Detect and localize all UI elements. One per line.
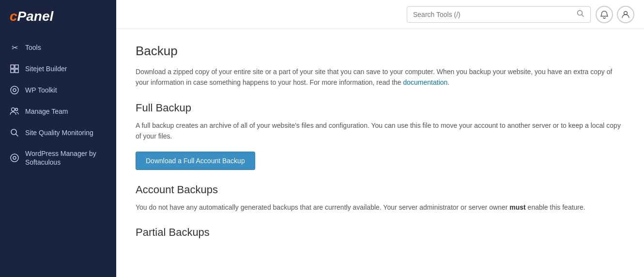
- sidebar-item-wp-toolkit[interactable]: WP Toolkit: [0, 79, 116, 101]
- brand-logo: cPanel: [10, 9, 53, 24]
- download-full-backup-button[interactable]: Download a Full Account Backup: [136, 152, 255, 170]
- sidebar-item-label: Site Quality Monitoring: [25, 128, 93, 137]
- site-quality-icon: [10, 128, 19, 138]
- sidebar-nav: ✂ Tools Sitejet Builder WP Toolk: [0, 33, 116, 176]
- partial-backups-title: Partial Backups: [136, 226, 625, 239]
- wp-toolkit-icon: [10, 85, 19, 95]
- full-backup-description: A full backup creates an archive of all …: [136, 120, 625, 142]
- svg-point-6: [12, 108, 15, 111]
- manage-team-icon: [10, 107, 19, 116]
- sidebar-item-site-quality[interactable]: Site Quality Monitoring: [0, 122, 116, 143]
- svg-point-12: [578, 10, 583, 15]
- svg-point-8: [11, 129, 16, 135]
- svg-rect-1: [15, 65, 18, 68]
- sidebar-logo: cPanel: [0, 0, 116, 33]
- page-description: Download a zipped copy of your entire si…: [136, 66, 625, 88]
- svg-line-9: [16, 134, 18, 137]
- svg-point-4: [11, 86, 18, 94]
- tools-icon: ✂: [10, 43, 19, 52]
- sidebar: cPanel ✂ Tools Sitejet Builder: [0, 0, 116, 277]
- search-bar-container[interactable]: [407, 6, 591, 23]
- main-area: Backup Download a zipped copy of your en…: [116, 0, 644, 277]
- sidebar-item-sitejet[interactable]: Sitejet Builder: [0, 58, 116, 79]
- sidebar-item-label: Manage Team: [25, 107, 68, 116]
- wordpress-manager-icon: [10, 153, 19, 163]
- search-input[interactable]: [413, 11, 573, 18]
- sidebar-item-label: Sitejet Builder: [25, 64, 67, 73]
- content-area: Backup Download a zipped copy of your en…: [116, 29, 644, 277]
- sidebar-item-tools[interactable]: ✂ Tools: [0, 37, 116, 58]
- sidebar-item-label: WordPress Manager by Softaculous: [25, 149, 107, 167]
- account-backups-title: Account Backups: [136, 184, 625, 196]
- sidebar-item-manage-team[interactable]: Manage Team: [0, 101, 116, 122]
- svg-point-11: [13, 156, 16, 159]
- svg-point-7: [15, 108, 18, 111]
- full-backup-title: Full Backup: [136, 102, 625, 114]
- header-icons: [596, 6, 634, 23]
- svg-rect-3: [15, 69, 18, 73]
- svg-point-5: [13, 89, 16, 92]
- account-backups-note: You do not have any automatically genera…: [136, 202, 625, 213]
- user-menu-button[interactable]: [617, 6, 634, 23]
- svg-rect-0: [11, 65, 14, 68]
- search-icon: [577, 10, 584, 19]
- svg-line-13: [582, 15, 584, 16]
- svg-rect-2: [11, 69, 14, 73]
- partial-backups-section: Partial Backups: [136, 226, 625, 239]
- account-backups-section: Account Backups You do not have any auto…: [136, 184, 625, 213]
- sitejet-icon: [10, 64, 19, 74]
- page-title: Backup: [136, 44, 625, 59]
- header: [116, 0, 644, 29]
- sidebar-item-wordpress-manager[interactable]: WordPress Manager by Softaculous: [0, 143, 116, 172]
- notifications-button[interactable]: [596, 6, 613, 23]
- svg-point-10: [11, 154, 18, 162]
- sidebar-item-label: WP Toolkit: [25, 86, 57, 94]
- documentation-link[interactable]: documentation: [403, 78, 448, 86]
- sidebar-item-label: Tools: [25, 43, 41, 52]
